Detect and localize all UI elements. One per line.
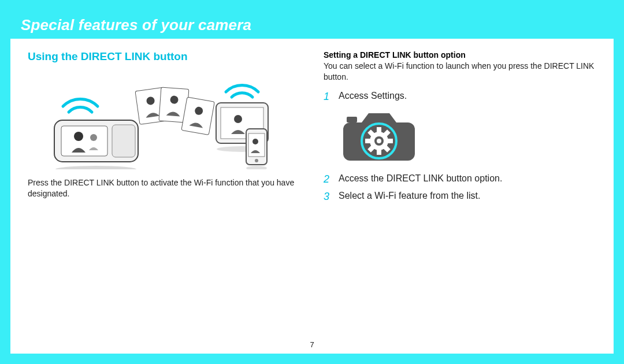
setting-option-description: You can select a Wi-Fi function to launc… xyxy=(324,61,596,83)
camera-to-devices-icon xyxy=(49,71,280,169)
step-number: 2 xyxy=(324,173,333,186)
steps-list: 1 Access Settings. xyxy=(324,91,596,103)
svg-point-4 xyxy=(90,134,97,141)
svg-point-1 xyxy=(55,166,136,169)
left-column: Using the DIRECT LINK button xyxy=(28,50,300,208)
step-text: Access Settings. xyxy=(339,91,407,101)
svg-point-19 xyxy=(252,139,258,144)
step-number: 3 xyxy=(324,191,333,203)
svg-point-20 xyxy=(246,166,267,169)
svg-point-3 xyxy=(74,132,83,141)
right-column: Setting a DIRECT LINK button option You … xyxy=(324,50,596,208)
step-text: Access the DIRECT LINK button option. xyxy=(339,173,502,184)
svg-rect-5 xyxy=(112,125,135,157)
step-text: Select a Wi-Fi feature from the list. xyxy=(339,191,480,201)
steps-list-cont: 2 Access the DIRECT LINK button option. … xyxy=(324,173,596,203)
camera-gear-icon xyxy=(339,107,419,165)
step-item-3: 3 Select a Wi-Fi feature from the list. xyxy=(324,191,596,203)
wifi-sharing-illustration xyxy=(28,71,300,169)
svg-point-34 xyxy=(377,139,381,143)
header-band: Special features of your camera xyxy=(10,10,614,39)
svg-rect-10 xyxy=(181,97,214,135)
content-area: Using the DIRECT LINK button xyxy=(10,39,614,214)
camera-settings-illustration xyxy=(339,107,596,165)
svg-point-14 xyxy=(234,115,242,123)
svg-rect-22 xyxy=(347,117,357,122)
step-item-1: 1 Access Settings. xyxy=(324,91,596,103)
page-title: Special features of your camera xyxy=(21,16,603,34)
section-heading-direct-link: Using the DIRECT LINK button xyxy=(28,50,300,63)
direct-link-description: Press the DIRECT LINK button to activate… xyxy=(28,177,300,199)
svg-point-18 xyxy=(255,159,258,162)
page-sheet: Special features of your camera Using th… xyxy=(10,10,614,354)
subheading-setting-option: Setting a DIRECT LINK button option xyxy=(324,50,596,60)
page-outer: Special features of your camera Using th… xyxy=(0,0,624,364)
page-number: 7 xyxy=(310,340,314,349)
step-number: 1 xyxy=(324,91,333,103)
step-item-2: 2 Access the DIRECT LINK button option. xyxy=(324,173,596,186)
